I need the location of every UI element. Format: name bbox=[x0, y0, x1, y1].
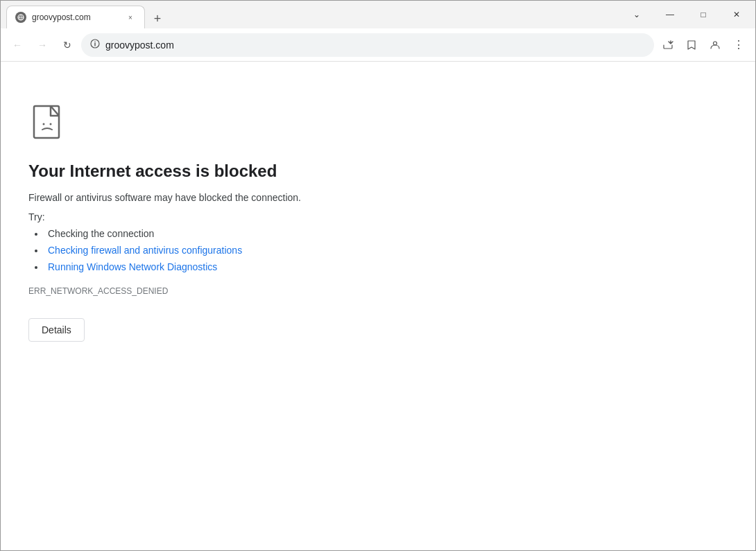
try-label: Try: bbox=[28, 211, 728, 222]
browser-toolbar: ← → ↻ bbox=[1, 28, 755, 62]
list-item: Checking the connection bbox=[45, 228, 728, 239]
error-description: Firewall or antivirus software may have … bbox=[28, 192, 728, 203]
error-code: ERR_NETWORK_ACCESS_DENIED bbox=[28, 286, 728, 296]
back-button[interactable]: ← bbox=[6, 34, 28, 56]
tab-favicon-icon bbox=[15, 12, 26, 23]
address-bar-container[interactable] bbox=[81, 33, 654, 57]
page-content: Your Internet access is blocked Firewall… bbox=[1, 62, 755, 550]
reload-button[interactable]: ↻ bbox=[56, 34, 78, 56]
tab-title: groovypost.com bbox=[32, 12, 119, 22]
toolbar-actions: ⋮ bbox=[657, 34, 750, 56]
browser-window: groovypost.com × + ⌄ — □ ✕ ← → ↻ bbox=[0, 0, 756, 551]
tab-close-button[interactable]: × bbox=[125, 12, 136, 23]
tab-strip: groovypost.com × + bbox=[1, 1, 621, 28]
blocked-page-icon bbox=[28, 103, 70, 145]
list-item: Checking firewall and antivirus configur… bbox=[45, 245, 728, 256]
error-title: Your Internet access is blocked bbox=[28, 161, 728, 181]
svg-point-7 bbox=[43, 123, 45, 125]
window-controls: ⌄ — □ ✕ bbox=[621, 1, 755, 28]
diagnostics-link[interactable]: Running Windows Network Diagnostics bbox=[48, 261, 217, 272]
chevron-button[interactable]: ⌄ bbox=[621, 3, 653, 26]
new-tab-button[interactable]: + bbox=[148, 9, 167, 28]
svg-point-5 bbox=[714, 42, 717, 45]
menu-button[interactable]: ⋮ bbox=[728, 34, 750, 56]
svg-point-4 bbox=[94, 41, 95, 42]
info-icon bbox=[90, 39, 100, 51]
profile-button[interactable] bbox=[704, 34, 726, 56]
restore-button[interactable]: □ bbox=[687, 3, 719, 26]
suggestions-list: Checking the connection Checking firewal… bbox=[28, 228, 728, 272]
suggestion-text: Checking the connection bbox=[48, 228, 154, 239]
firewall-link[interactable]: Checking firewall and antivirus configur… bbox=[48, 245, 242, 256]
list-item: Running Windows Network Diagnostics bbox=[45, 261, 728, 272]
close-button[interactable]: ✕ bbox=[721, 3, 753, 26]
bookmark-button[interactable] bbox=[680, 34, 703, 56]
svg-point-8 bbox=[50, 123, 52, 125]
title-bar: groovypost.com × + ⌄ — □ ✕ bbox=[1, 1, 755, 28]
forward-button[interactable]: → bbox=[31, 34, 53, 56]
share-button[interactable] bbox=[657, 34, 679, 56]
minimize-button[interactable]: — bbox=[654, 3, 686, 26]
address-input[interactable] bbox=[105, 40, 645, 51]
details-button[interactable]: Details bbox=[28, 318, 85, 342]
active-tab[interactable]: groovypost.com × bbox=[6, 6, 145, 28]
